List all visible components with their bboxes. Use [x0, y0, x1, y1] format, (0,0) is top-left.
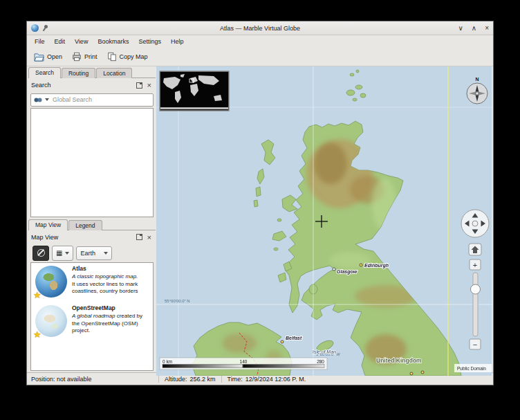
- zoom-slider-track[interactable]: [473, 273, 478, 336]
- toolbar: Open Print Copy Map: [27, 48, 493, 66]
- float-dock-icon[interactable]: [136, 234, 142, 240]
- window-title: Atlas — Marble Virtual Globe: [114, 25, 406, 32]
- search-dock-title: Search: [31, 82, 136, 89]
- tab-legend[interactable]: Legend: [68, 220, 102, 230]
- menu-settings[interactable]: Settings: [133, 37, 166, 46]
- search-input[interactable]: [51, 95, 150, 104]
- float-dock-icon[interactable]: [136, 82, 142, 89]
- pan-center-button[interactable]: [472, 221, 478, 226]
- statusbar-divider: [221, 375, 222, 383]
- city-dot[interactable]: [421, 371, 424, 374]
- latitude-label: 55°00'00.0" N: [165, 299, 190, 303]
- city-dot-edinburgh[interactable]: [360, 264, 362, 266]
- close-button[interactable]: ×: [485, 25, 489, 32]
- mapview-controls: ▦ Earth: [28, 244, 156, 262]
- sidebar-tabs-bottom: Map View Legend: [28, 219, 156, 230]
- scale-label-mid: 140: [240, 359, 248, 364]
- open-folder-icon: [34, 53, 44, 62]
- scale-label-start: 0 km: [162, 359, 172, 364]
- zoom-in-glyph: +: [473, 261, 477, 269]
- search-results-list[interactable]: [30, 108, 154, 217]
- tab-location[interactable]: Location: [96, 68, 132, 78]
- search-provider-caret-icon[interactable]: [45, 98, 49, 101]
- tab-routing[interactable]: Routing: [62, 68, 95, 78]
- menubar: File Edit View Bookmarks Settings Help: [27, 35, 493, 48]
- marble-window: Atlas — Marble Virtual Globe ∨ ∧ × File …: [26, 21, 494, 385]
- app-icon: [31, 24, 39, 32]
- compass-north-label: N: [475, 77, 479, 82]
- status-altitude-value: 256.2 km: [190, 376, 216, 383]
- mapview-dock-header: Map View ×: [28, 230, 156, 244]
- mapview-dock-title: Map View: [31, 234, 136, 241]
- view-mode-button[interactable]: ▦: [52, 246, 73, 261]
- scale-label-end: 280: [317, 359, 324, 364]
- maximize-button[interactable]: ∧: [472, 25, 476, 32]
- favorite-star-icon[interactable]: ★: [33, 290, 41, 300]
- city-dot[interactable]: [410, 372, 413, 375]
- close-dock-icon[interactable]: ×: [147, 234, 151, 241]
- city-dot-glasgow[interactable]: [333, 268, 335, 271]
- desktop-background: Atlas — Marble Virtual Globe ∨ ∧ × File …: [0, 0, 520, 420]
- tab-search[interactable]: Search: [28, 67, 61, 78]
- map-canvas[interactable]: 55°00'00.0" N 5°00'00.0" W Glasgow Edinb…: [156, 66, 491, 372]
- theme-item-openstreetmap[interactable]: ★ OpenStreetMap A global roadmap created…: [31, 302, 153, 342]
- attribution-label: Public Domain: [457, 366, 486, 371]
- status-time-label: Time:: [228, 376, 243, 383]
- home-icon: [473, 250, 477, 253]
- search-dock-header: Search ×: [28, 78, 156, 92]
- sidebar-tabs-top: Search Routing Location: [28, 66, 156, 78]
- projection-button[interactable]: [32, 246, 49, 261]
- status-time-value: 12/9/2024 12:06 P. M.: [245, 376, 306, 383]
- city-label-glasgow: Glasgow: [337, 269, 358, 275]
- attribution: Public Domain: [454, 364, 492, 372]
- minimize-button[interactable]: ∨: [458, 25, 463, 32]
- menu-file[interactable]: File: [30, 37, 50, 46]
- open-button[interactable]: Open: [34, 53, 62, 62]
- theme-description-more: It uses vector lines to mark coastlines,…: [72, 281, 138, 294]
- print-button[interactable]: Print: [72, 52, 98, 62]
- search-box[interactable]: [30, 93, 154, 107]
- scale-bar: 0 km 140 280: [160, 358, 327, 369]
- global-search-icon[interactable]: [34, 97, 43, 103]
- theme-description: A classic topographic map.: [72, 273, 138, 280]
- statusbar-divider: [158, 375, 159, 383]
- titlebar[interactable]: Atlas — Marble Virtual Globe ∨ ∧ ×: [27, 21, 493, 35]
- status-position: Position: not available: [31, 376, 153, 383]
- city-dot-belfast[interactable]: [281, 340, 284, 343]
- status-altitude-label: Altitude:: [165, 376, 187, 383]
- celestial-body-select[interactable]: Earth: [76, 246, 112, 260]
- copy-map-button[interactable]: Copy Map: [107, 52, 148, 62]
- sidebar: Search Routing Location Search ×: [27, 66, 156, 372]
- chevron-down-icon: [104, 252, 108, 255]
- city-label-edinburgh: Edinburgh: [364, 263, 389, 268]
- chevron-down-icon: [65, 252, 69, 255]
- region-label-isle-of-man: Isle of Man: [313, 349, 336, 354]
- menu-edit[interactable]: Edit: [50, 37, 71, 46]
- theme-title: Atlas: [72, 265, 150, 273]
- theme-item-atlas[interactable]: ★ Atlas A classic topographic map. It us…: [31, 263, 153, 302]
- projection-icon: [37, 249, 45, 257]
- printer-icon: [72, 52, 82, 62]
- zoom-slider-handle[interactable]: [471, 284, 481, 294]
- city-label-belfast: Belfast: [286, 336, 302, 340]
- country-label-united-kingdom: United Kingdom: [376, 357, 422, 364]
- grid-icon: ▦: [56, 250, 62, 257]
- close-dock-icon[interactable]: ×: [147, 82, 151, 89]
- pin-icon[interactable]: [42, 25, 48, 31]
- zoom-out-glyph: −: [473, 340, 477, 349]
- menu-view[interactable]: View: [70, 37, 93, 46]
- theme-description: A global roadmap: [72, 313, 115, 319]
- theme-title: OpenStreetMap: [72, 304, 150, 312]
- menu-help[interactable]: Help: [166, 37, 189, 46]
- favorite-star-icon[interactable]: ★: [33, 329, 41, 340]
- tab-map-view[interactable]: Map View: [28, 219, 68, 230]
- menu-bookmarks[interactable]: Bookmarks: [93, 37, 133, 46]
- map-theme-list: ★ Atlas A classic topographic map. It us…: [30, 262, 154, 372]
- copy-icon: [107, 52, 117, 62]
- overview-map[interactable]: [160, 71, 229, 111]
